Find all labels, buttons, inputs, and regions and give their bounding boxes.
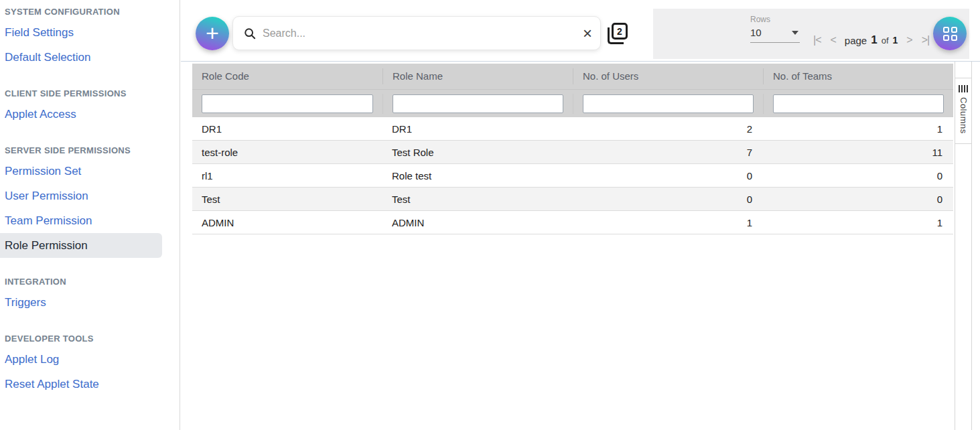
sidebar-item-applet-log[interactable]: Applet Log xyxy=(0,347,162,372)
table-filter-row xyxy=(192,89,953,117)
filter-role-code-input[interactable] xyxy=(202,94,373,113)
column-header-no-of-teams[interactable]: No. of Teams xyxy=(763,68,953,84)
cell-role-name: Role test xyxy=(382,170,573,182)
grid-view-icon xyxy=(943,27,957,41)
roles-table: Role Code Role Name No. of Users No. of … xyxy=(192,64,953,234)
side-panel-strip: Columns xyxy=(955,62,972,430)
toolbar-separator xyxy=(181,61,980,62)
chevron-down-icon xyxy=(792,31,798,35)
last-page-button[interactable]: >| xyxy=(917,34,934,46)
columns-tab-label: Columns xyxy=(959,97,969,134)
sidebar-item-role-permission[interactable]: Role Permission xyxy=(0,233,162,258)
table-row[interactable]: Test Test 0 0 xyxy=(192,188,953,211)
cell-no-of-users: 2 xyxy=(573,123,763,135)
search-input[interactable] xyxy=(263,27,583,40)
section-client-side-permissions: CLIENT SIDE PERMISSIONS Applet Access xyxy=(5,86,180,127)
section-title: SERVER SIDE PERMISSIONS xyxy=(5,143,180,159)
cell-role-code: DR1 xyxy=(192,123,382,135)
section-integration: INTEGRATION Triggers xyxy=(5,274,180,315)
column-header-no-of-users[interactable]: No. of Users xyxy=(573,68,763,84)
sidebar-item-applet-access[interactable]: Applet Access xyxy=(0,102,162,127)
cell-role-code: ADMIN xyxy=(192,217,382,228)
section-server-side-permissions: SERVER SIDE PERMISSIONS Permission Set U… xyxy=(5,143,180,258)
first-page-button[interactable]: |< xyxy=(809,34,826,46)
add-role-button[interactable]: + xyxy=(196,17,229,50)
filter-role-name-input[interactable] xyxy=(393,94,563,113)
cell-no-of-teams: 1 xyxy=(763,123,953,135)
cell-role-code: rl1 xyxy=(192,170,382,182)
clear-search-icon[interactable]: × xyxy=(583,25,592,42)
section-title: SYSTEM CONFIGURATION xyxy=(5,4,180,20)
total-pages: 1 xyxy=(893,35,898,46)
page-label: page xyxy=(845,35,867,46)
table-body: DR1 DR1 2 1 test-role Test Role 7 11 rl1… xyxy=(192,117,953,234)
cell-no-of-users: 7 xyxy=(573,147,763,158)
section-title: CLIENT SIDE PERMISSIONS xyxy=(5,86,180,102)
cell-role-code: Test xyxy=(192,194,382,205)
cell-no-of-teams: 11 xyxy=(763,147,953,158)
sidebar-item-team-permission[interactable]: Team Permission xyxy=(0,208,162,233)
section-system-configuration: SYSTEM CONFIGURATION Field Settings Defa… xyxy=(5,4,180,70)
section-title: DEVELOPER TOOLS xyxy=(5,331,180,347)
table-row[interactable]: ADMIN ADMIN 1 1 xyxy=(192,211,953,234)
settings-sidebar: SYSTEM CONFIGURATION Field Settings Defa… xyxy=(0,0,180,430)
cell-no-of-teams: 1 xyxy=(763,217,953,228)
prev-page-button[interactable]: < xyxy=(826,34,841,46)
sidebar-item-permission-set[interactable]: Permission Set xyxy=(0,159,162,184)
section-developer-tools: DEVELOPER TOOLS Applet Log Reset Applet … xyxy=(5,331,180,397)
pagination-panel: Rows 10 |< < page 1 of 1 > >| xyxy=(653,9,969,59)
table-header-row: Role Code Role Name No. of Users No. of … xyxy=(192,64,953,89)
rows-label: Rows xyxy=(750,15,800,24)
table-row[interactable]: test-role Test Role 7 11 xyxy=(192,141,953,164)
sidebar-divider xyxy=(180,0,180,430)
cell-role-name: Test xyxy=(382,194,573,205)
stack-front-sheet-icon: 2 xyxy=(612,23,628,40)
cell-no-of-users: 0 xyxy=(573,194,763,205)
table-row[interactable]: rl1 Role test 0 0 xyxy=(192,164,953,188)
cell-no-of-users: 1 xyxy=(573,217,763,228)
role-permission-page: SYSTEM CONFIGURATION Field Settings Defa… xyxy=(0,0,980,430)
of-label: of xyxy=(882,35,889,46)
columns-icon xyxy=(959,85,968,92)
columns-panel-tab[interactable]: Columns xyxy=(955,78,971,144)
side-panel-spacer xyxy=(955,62,971,78)
table-row[interactable]: DR1 DR1 2 1 xyxy=(192,117,953,141)
next-page-button[interactable]: > xyxy=(902,34,916,46)
section-title: INTEGRATION xyxy=(5,274,180,290)
view-switcher-button[interactable] xyxy=(933,17,967,50)
cell-role-name: Test Role xyxy=(382,147,573,158)
cell-role-name: DR1 xyxy=(382,123,573,135)
cell-role-name: ADMIN xyxy=(382,217,573,228)
sidebar-item-triggers[interactable]: Triggers xyxy=(0,290,162,315)
cell-no-of-users: 0 xyxy=(573,170,763,182)
cell-role-code: test-role xyxy=(192,147,382,158)
filter-no-of-teams-input[interactable] xyxy=(773,94,944,113)
search-box[interactable]: × xyxy=(232,16,601,50)
sidebar-item-user-permission[interactable]: User Permission xyxy=(0,184,162,208)
sidebar-item-field-settings[interactable]: Field Settings xyxy=(0,20,162,45)
rows-per-page-select[interactable]: Rows 10 xyxy=(750,15,800,43)
filter-no-of-users-input[interactable] xyxy=(583,94,754,113)
plus-icon: + xyxy=(206,21,219,44)
column-header-role-name[interactable]: Role Name xyxy=(382,68,573,84)
column-header-role-code[interactable]: Role Code xyxy=(192,68,382,84)
main-content: + × 2 Rows 10 |< < xyxy=(181,0,980,430)
current-page: 1 xyxy=(871,33,877,47)
cell-no-of-teams: 0 xyxy=(763,194,953,205)
sidebar-item-reset-applet-state[interactable]: Reset Applet State xyxy=(0,372,162,397)
search-icon xyxy=(244,27,256,40)
sidebar-item-default-selection[interactable]: Default Selection xyxy=(0,45,162,70)
cell-no-of-teams: 0 xyxy=(763,170,953,182)
rows-value: 10 xyxy=(750,27,762,38)
pagination: |< < page 1 of 1 > >| xyxy=(809,33,934,47)
saved-filters-icon[interactable]: 2 xyxy=(608,23,628,44)
